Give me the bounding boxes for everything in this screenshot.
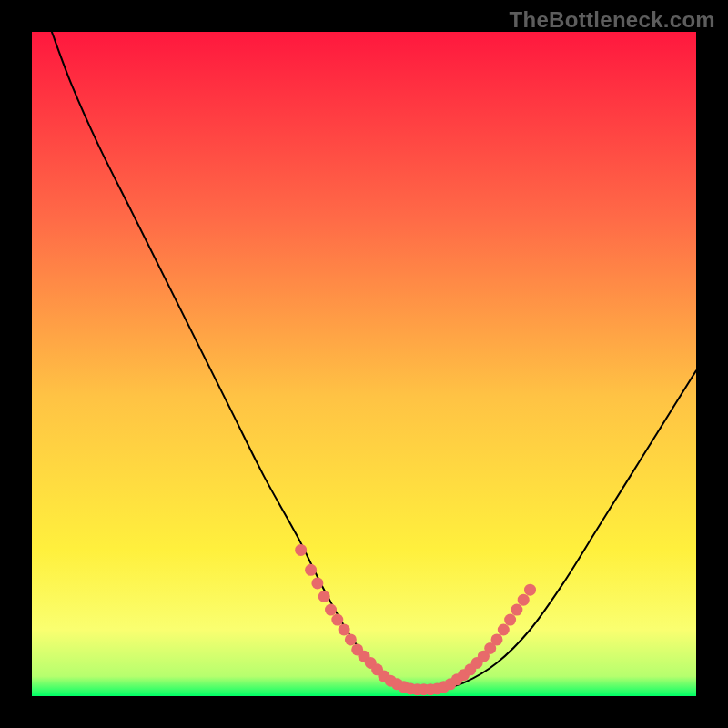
- curve-marker: [311, 577, 323, 589]
- curve-marker: [498, 624, 510, 636]
- curve-marker: [524, 584, 536, 596]
- chart-frame: TheBottleneck.com: [0, 0, 728, 728]
- curve-marker: [518, 594, 530, 606]
- chart-svg: [32, 32, 696, 696]
- curve-marker: [504, 614, 516, 626]
- curve-marker: [491, 633, 503, 645]
- plot-area: [32, 32, 696, 696]
- gradient-background: [32, 32, 696, 696]
- curve-marker: [295, 544, 307, 556]
- curve-marker: [331, 614, 343, 626]
- curve-marker: [318, 591, 330, 602]
- curve-marker: [305, 564, 317, 576]
- curve-marker: [345, 633, 357, 645]
- curve-marker: [325, 604, 337, 616]
- watermark-text: TheBottleneck.com: [510, 7, 715, 33]
- curve-marker: [339, 624, 350, 636]
- curve-marker: [511, 604, 522, 616]
